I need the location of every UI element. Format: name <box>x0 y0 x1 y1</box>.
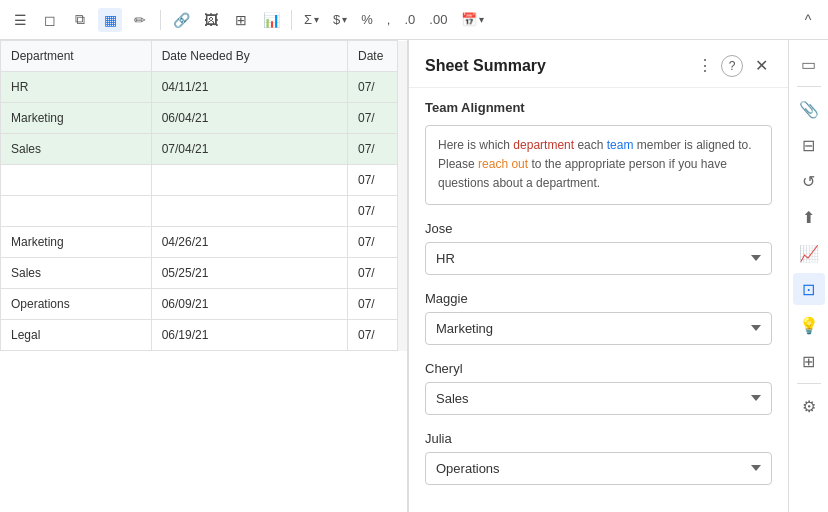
scroll-cell <box>398 196 407 227</box>
date-cell[interactable]: 07/ <box>348 134 398 165</box>
chart-icon[interactable]: 📊 <box>259 8 283 32</box>
date-needed-cell[interactable]: 07/04/21 <box>151 134 347 165</box>
eraser-icon[interactable]: ◻ <box>38 8 62 32</box>
scroll-cell <box>398 103 407 134</box>
paperclip-icon[interactable]: 📎 <box>793 93 825 125</box>
date-needed-cell[interactable]: 04/26/21 <box>151 227 347 258</box>
dept-cell[interactable]: Marketing <box>1 227 152 258</box>
scroll-cell <box>398 258 407 289</box>
panel-close-button[interactable]: ✕ <box>751 54 772 77</box>
section-title: Team Alignment <box>425 100 772 115</box>
table-row: HR 04/11/21 07/ <box>1 72 407 103</box>
date-needed-cell[interactable]: 04/11/21 <box>151 72 347 103</box>
person-label-maggie: Maggie <box>425 291 772 306</box>
date-cell[interactable]: 07/ <box>348 289 398 320</box>
dept-cell[interactable]: Operations <box>1 289 152 320</box>
dept-cell[interactable] <box>1 196 152 227</box>
settings-icon[interactable]: ⚙ <box>793 390 825 422</box>
col-header-date-needed-by[interactable]: Date Needed By <box>151 41 347 72</box>
scroll-cell <box>398 227 407 258</box>
date-needed-cell[interactable]: 06/19/21 <box>151 320 347 351</box>
image-icon[interactable]: 🖼 <box>199 8 223 32</box>
bulb-icon[interactable]: 💡 <box>793 309 825 341</box>
date-cell[interactable]: 07/ <box>348 320 398 351</box>
table-icon[interactable]: ▦ <box>98 8 122 32</box>
date-dropdown[interactable]: 📅 ▾ <box>457 10 488 29</box>
date-needed-cell[interactable] <box>151 196 347 227</box>
panel-body: Team Alignment Here is which department … <box>409 88 788 512</box>
table-row: Sales 05/25/21 07/ <box>1 258 407 289</box>
person-label-jose: Jose <box>425 221 772 236</box>
dept-cell[interactable] <box>1 165 152 196</box>
date-cell[interactable]: 07/ <box>348 165 398 196</box>
info-text-dept: department <box>513 138 574 152</box>
main-area: Department Date Needed By Date HR 04/11/… <box>0 40 828 512</box>
date-cell[interactable]: 07/ <box>348 103 398 134</box>
table-row: Operations 06/09/21 07/ <box>1 289 407 320</box>
link-icon[interactable]: 🔗 <box>169 8 193 32</box>
date-cell[interactable]: 07/ <box>348 227 398 258</box>
cheryl-dropdown[interactable]: HR Marketing Sales Operations Legal <box>425 382 772 415</box>
scroll-cell <box>398 289 407 320</box>
dept-cell[interactable]: Sales <box>1 258 152 289</box>
panel-title: Sheet Summary <box>425 57 689 75</box>
sidebar-separator <box>797 86 821 87</box>
table-row: Marketing 04/26/21 07/ <box>1 227 407 258</box>
dept-cell[interactable]: HR <box>1 72 152 103</box>
panel-help-button[interactable]: ? <box>721 55 743 77</box>
currency-dropdown[interactable]: $ ▾ <box>329 10 351 29</box>
col-header-date[interactable]: Date <box>348 41 398 72</box>
col-scroll <box>398 41 407 72</box>
grid-icon[interactable]: ⊞ <box>793 345 825 377</box>
date-cell[interactable]: 07/ <box>348 196 398 227</box>
info-text-team: team <box>607 138 634 152</box>
filter-icon[interactable]: ☰ <box>8 8 32 32</box>
decimal-dec-dropdown[interactable]: .00 <box>425 10 451 29</box>
activity-icon[interactable]: 📈 <box>793 237 825 269</box>
dept-cell[interactable]: Sales <box>1 134 152 165</box>
table-row: Marketing 06/04/21 07/ <box>1 103 407 134</box>
date-needed-cell[interactable] <box>151 165 347 196</box>
date-cell[interactable]: 07/ <box>348 258 398 289</box>
table-row: 07/ <box>1 196 407 227</box>
jose-dropdown[interactable]: HR Marketing Sales Operations Legal <box>425 242 772 275</box>
col-header-department[interactable]: Department <box>1 41 152 72</box>
table-row: Sales 07/04/21 07/ <box>1 134 407 165</box>
table-row: 07/ <box>1 165 407 196</box>
spreadsheet: Department Date Needed By Date HR 04/11/… <box>0 40 408 512</box>
date-needed-cell[interactable]: 05/25/21 <box>151 258 347 289</box>
dept-cell[interactable]: Marketing <box>1 103 152 134</box>
comma-dropdown[interactable]: , <box>383 10 395 29</box>
brush-icon[interactable]: ✏ <box>128 8 152 32</box>
maggie-dropdown[interactable]: HR Marketing Sales Operations Legal <box>425 312 772 345</box>
percent-dropdown[interactable]: % <box>357 10 377 29</box>
summary-icon[interactable]: ⊡ <box>793 273 825 305</box>
date-needed-cell[interactable]: 06/09/21 <box>151 289 347 320</box>
panel-menu-icon[interactable]: ⋮ <box>697 56 713 75</box>
panel-header: Sheet Summary ⋮ ? ✕ <box>409 40 788 88</box>
decimal-inc-dropdown[interactable]: .0 <box>400 10 419 29</box>
upload-icon[interactable]: ⬆ <box>793 201 825 233</box>
chevron-up-icon[interactable]: ^ <box>796 8 820 32</box>
person-label-julia: Julia <box>425 431 772 446</box>
sidebar-separator-2 <box>797 383 821 384</box>
duplicate-icon[interactable]: ⧉ <box>68 8 92 32</box>
toolbar: ☰ ◻ ⧉ ▦ ✏ 🔗 🖼 ⊞ 📊 Σ ▾ $ ▾ % , .0 .00 📅 ▾… <box>0 0 828 40</box>
info-box: Here is which department each team membe… <box>425 125 772 205</box>
monitor-icon[interactable]: ▭ <box>793 48 825 80</box>
julia-dropdown[interactable]: HR Marketing Sales Operations Legal <box>425 452 772 485</box>
sum-dropdown[interactable]: Σ ▾ <box>300 10 323 29</box>
info-text-reach: reach out <box>478 157 528 171</box>
layers-icon[interactable]: ⊟ <box>793 129 825 161</box>
sheet-summary-panel: Sheet Summary ⋮ ? ✕ Team Alignment Here … <box>408 40 788 512</box>
history-icon[interactable]: ↺ <box>793 165 825 197</box>
toolbar-separator-2 <box>291 10 292 30</box>
toolbar-separator-1 <box>160 10 161 30</box>
dept-cell[interactable]: Legal <box>1 320 152 351</box>
scroll-cell <box>398 165 407 196</box>
date-cell[interactable]: 07/ <box>348 72 398 103</box>
form-icon[interactable]: ⊞ <box>229 8 253 32</box>
sheet-table: Department Date Needed By Date HR 04/11/… <box>0 40 407 351</box>
person-label-cheryl: Cheryl <box>425 361 772 376</box>
date-needed-cell[interactable]: 06/04/21 <box>151 103 347 134</box>
